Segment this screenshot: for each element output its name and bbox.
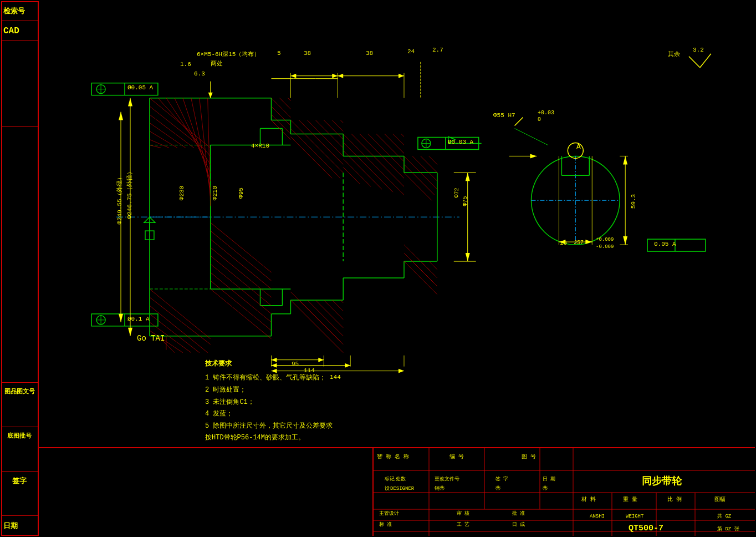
title-block-left	[39, 448, 382, 536]
svg-text:蒂: 蒂	[543, 485, 548, 492]
svg-text:比  例: 比 例	[667, 496, 682, 503]
svg-line-60	[211, 247, 272, 297]
svg-marker-175	[208, 93, 213, 98]
dim-38b: 38	[366, 50, 373, 57]
title-block: 智 称 名 称 编 号 图 号 同步带轮 标记 处数 更改文件号 签 字 日 期…	[39, 447, 755, 536]
dim-d72: Φ72	[454, 188, 460, 197]
tech-req-title: 技术要求	[205, 358, 333, 371]
svg-line-90	[343, 159, 371, 186]
cad-label: CAD	[1, 21, 38, 41]
dim-d75: Φ75	[462, 196, 468, 206]
svg-text:日 期: 日 期	[543, 476, 555, 482]
tol-0-1-a: Ø0.1 A	[127, 316, 150, 322]
svg-text:签 字: 签 字	[496, 476, 508, 482]
js7-neg: -0.009	[596, 244, 614, 250]
svg-marker-191	[466, 253, 470, 261]
svg-line-108	[324, 300, 343, 320]
svg-line-72	[299, 120, 343, 165]
svg-line-88	[343, 142, 393, 192]
svg-line-84	[376, 134, 404, 162]
svg-marker-169	[119, 112, 123, 120]
svg-line-64	[271, 98, 290, 118]
svg-text:编  号: 编 号	[449, 453, 464, 460]
svg-line-42	[150, 115, 194, 148]
base-num-label: 底图批号	[1, 427, 38, 472]
svg-text:审  核: 审 核	[457, 510, 469, 516]
svg-line-87	[401, 134, 404, 137]
dim-59: 59.3	[630, 194, 637, 209]
svg-line-109	[332, 300, 343, 311]
svg-line-94	[421, 156, 437, 173]
svg-text:标 准: 标 准	[379, 521, 392, 528]
svg-line-103	[404, 245, 432, 272]
svg-text:更改文件号: 更改文件号	[435, 476, 459, 482]
tol-0-03-a: Ø0.03 A	[448, 139, 473, 145]
svg-marker-184	[585, 240, 592, 244]
svg-line-101	[429, 261, 437, 270]
svg-line-70	[271, 120, 282, 131]
svg-line-62	[211, 231, 272, 281]
tech-req-2: 2 时激处置；	[205, 384, 333, 397]
tech-requirements: 技术要求 1 铸件不得有缩松、砂眼、气孔等缺陷； 2 时激处置； 3 未注倒角C…	[205, 358, 333, 444]
dim-5: 5	[277, 50, 281, 57]
svg-line-33	[150, 98, 211, 148]
svg-line-65	[279, 98, 290, 109]
svg-text:蒂: 蒂	[496, 485, 500, 492]
svg-text:重  量: 重 量	[623, 496, 637, 503]
svg-line-95	[429, 156, 437, 164]
svg-line-75	[324, 120, 343, 140]
tech-req-6: 按HTD带轮P56-14M的要求加工。	[205, 432, 333, 444]
svg-line-102	[404, 253, 435, 283]
dim-1-6: 1.6	[180, 61, 191, 68]
svg-marker-190	[466, 173, 470, 181]
svg-text:处数: 处数	[396, 476, 406, 482]
svg-text:工 艺: 工 艺	[457, 521, 469, 528]
svg-marker-161	[345, 363, 350, 368]
tech-req-3: 3 未注倒角C1；	[205, 397, 333, 409]
svg-line-93	[412, 156, 437, 181]
svg-marker-170	[119, 314, 123, 322]
svg-text:第 DZ 张: 第 DZ 张	[717, 526, 739, 532]
dim-24: 24	[407, 48, 415, 55]
svg-line-78	[290, 129, 340, 179]
svg-text:主管设计: 主管设计	[379, 510, 399, 516]
svg-line-36	[175, 98, 211, 173]
svg-marker-164	[399, 369, 404, 373]
svg-line-66	[288, 98, 290, 101]
svg-text:日 成: 日 成	[512, 521, 525, 528]
svg-text:材  料: 材 料	[581, 496, 596, 503]
svg-line-80	[343, 134, 404, 195]
dim-16: 16	[560, 240, 567, 246]
svg-line-59	[211, 256, 272, 306]
svg-line-76	[332, 120, 343, 131]
svg-line-45	[150, 139, 169, 148]
svg-line-35	[166, 98, 211, 165]
tech-req-5: 5 除图中所注尺寸外，其它尺寸及公差要求	[205, 421, 333, 433]
svg-line-79	[290, 136, 332, 178]
svg-marker-193	[623, 156, 627, 164]
svg-line-86	[393, 134, 404, 145]
tech-req-1: 1 铸件不得有缩松、砂眼、气孔等缺陷；	[205, 372, 333, 384]
svg-marker-151	[399, 74, 404, 78]
svg-text:批 准: 批 准	[512, 510, 525, 516]
svg-line-178	[515, 129, 548, 145]
svg-text:QT500-7: QT500-7	[629, 524, 663, 533]
svg-text:标记: 标记	[384, 476, 395, 482]
js7-label: JS7	[574, 240, 584, 246]
svg-text:图  号: 图 号	[522, 454, 536, 460]
search-num-label: 检索号	[1, 1, 38, 21]
svg-line-61	[211, 239, 272, 289]
svg-line-97	[404, 173, 432, 200]
svg-line-71	[290, 120, 343, 173]
tol-h7-zero: 0	[538, 116, 541, 123]
svg-text:设: 设	[385, 485, 390, 492]
drawing-num-label: 图品图文号	[1, 383, 38, 427]
roughness-main: 3.2	[693, 47, 704, 53]
svg-text:图幅: 图幅	[714, 496, 726, 503]
svg-line-47	[150, 289, 211, 339]
dim-d95: Φ95	[238, 188, 244, 199]
svg-line-37	[183, 98, 211, 181]
dim-d230: Φ230	[178, 186, 185, 200]
svg-line-104	[290, 300, 343, 353]
svg-marker-166	[128, 98, 132, 107]
